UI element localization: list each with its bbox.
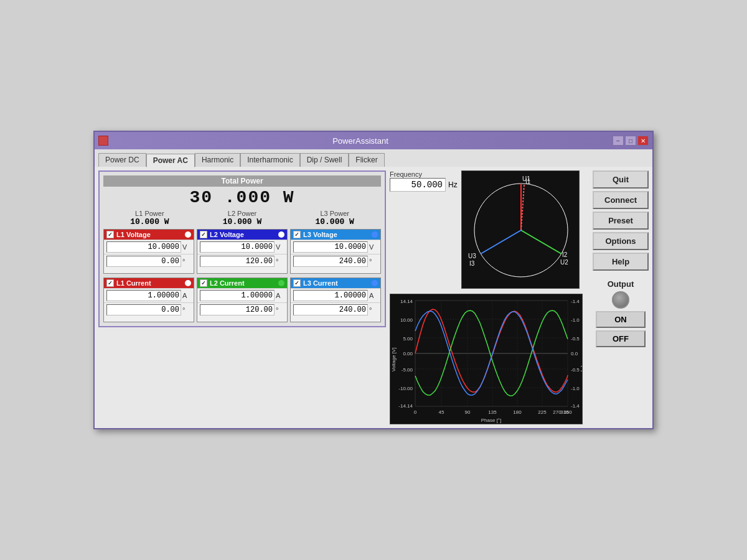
total-power-header: Total Power <box>103 175 381 187</box>
l3-current-dot <box>372 280 378 286</box>
l3-current-header: ✓ L3 Current <box>291 278 380 288</box>
svg-text:180: 180 <box>513 409 522 415</box>
l2-current-checkbox[interactable]: ✓ <box>200 279 207 287</box>
svg-text:225: 225 <box>538 409 547 415</box>
svg-line-5 <box>521 230 561 254</box>
l3-current-checkbox[interactable]: ✓ <box>293 279 301 287</box>
l2-voltage-dot <box>278 231 284 238</box>
l1-voltage-checkbox[interactable]: ✓ <box>106 231 114 238</box>
l1-current-magnitude-input[interactable] <box>106 290 181 301</box>
svg-text:5.00: 5.00 <box>403 336 413 342</box>
title-bar: PowerAssistant − □ ✕ <box>95 132 652 149</box>
l3-current-phase-input[interactable] <box>293 304 368 315</box>
freq-phasor-area: Frequency Hz U1 <box>390 170 589 291</box>
l2-voltage-checkbox[interactable]: ✓ <box>200 231 207 238</box>
l3-current-magnitude-row: A <box>291 288 380 302</box>
power-summary-row: L1 Power 10.000 W L2 Power 10.000 W L3 P… <box>103 210 381 226</box>
preset-button[interactable]: Preset <box>593 212 649 230</box>
svg-text:0: 0 <box>414 409 417 415</box>
l3-voltage-col: ✓ L3 Voltage V ° <box>290 229 381 274</box>
svg-text:-1.0: -1.0 <box>571 386 580 391</box>
l2-voltage-header: ✓ L2 Voltage <box>197 230 287 240</box>
l2-current-magnitude-row: A <box>197 288 287 302</box>
l3-voltage-magnitude-input[interactable] <box>293 241 368 253</box>
l3-current-magnitude-input[interactable] <box>293 290 368 301</box>
l1-current-dot <box>185 280 191 286</box>
quit-button[interactable]: Quit <box>593 170 649 189</box>
l3-current-phase-row: ° <box>291 302 380 317</box>
l1-voltage-phase-input[interactable] <box>106 256 181 267</box>
l1-current-checkbox[interactable]: ✓ <box>106 279 114 287</box>
l1-current-phase-row: ° <box>104 302 194 317</box>
svg-text:-10.00: -10.00 <box>398 386 413 391</box>
output-indicator <box>612 291 629 309</box>
connect-button[interactable]: Connect <box>593 191 649 209</box>
tab-flicker[interactable]: Flicker <box>349 153 384 167</box>
l2-voltage-phase-row: ° <box>197 254 287 268</box>
l3-voltage-dot <box>372 231 378 238</box>
tab-interharmonic[interactable]: Interharmonic <box>240 153 299 167</box>
off-button[interactable]: OFF <box>596 330 646 347</box>
l2-voltage-magnitude-input[interactable] <box>200 241 275 253</box>
phasor-diagram: U1 I1 I2 U2 U3 I3 <box>461 170 580 291</box>
charts-area: Frequency Hz U1 <box>390 170 589 424</box>
tab-power-ac[interactable]: Power AC <box>146 154 195 167</box>
output-section: Output ON OFF <box>593 279 649 347</box>
l1-voltage-col: ✓ L1 Voltage V ° <box>103 229 194 274</box>
maximize-button[interactable]: □ <box>625 136 636 146</box>
main-window: PowerAssistant − □ ✕ Power DC Power AC H… <box>93 131 654 429</box>
l3-voltage-phase-input[interactable] <box>293 256 368 267</box>
minimize-button[interactable]: − <box>613 136 624 146</box>
l1-voltage-magnitude-input[interactable] <box>106 241 181 253</box>
right-panel: Quit Connect Preset Options Help Output … <box>593 170 649 424</box>
tab-harmonic[interactable]: Harmonic <box>195 153 240 167</box>
svg-text:I1: I1 <box>525 178 531 185</box>
l2-power-cell: L2 Power 10.000 W <box>196 210 289 226</box>
phasor-svg: U1 I1 I2 U2 U3 I3 <box>461 170 580 289</box>
svg-text:Phase [°]: Phase [°] <box>481 418 502 423</box>
l1-voltage-dot <box>185 231 191 238</box>
svg-text:-1.0: -1.0 <box>571 317 580 323</box>
current-row: ✓ L1 Current A ° <box>103 278 381 322</box>
svg-text:-0.5: -0.5 <box>571 367 580 373</box>
l2-current-header: ✓ L2 Current <box>197 278 287 288</box>
svg-text:Voltage [V]: Voltage [V] <box>391 348 397 372</box>
svg-text:U2: U2 <box>560 259 568 266</box>
svg-text:360: 360 <box>563 409 572 415</box>
l1-current-magnitude-row: A <box>104 288 194 302</box>
tab-dip-swell[interactable]: Dip / Swell <box>300 153 349 167</box>
help-button[interactable]: Help <box>593 253 649 271</box>
l1-current-col: ✓ L1 Current A ° <box>103 278 194 322</box>
svg-text:45: 45 <box>439 409 444 415</box>
frequency-input[interactable] <box>390 178 446 192</box>
options-button[interactable]: Options <box>593 232 649 250</box>
svg-text:135: 135 <box>488 409 497 415</box>
svg-text:0.00: 0.00 <box>403 351 413 357</box>
l1-current-phase-input[interactable] <box>106 304 181 315</box>
tab-bar: Power DC Power AC Harmonic Interharmonic… <box>98 153 649 167</box>
l3-current-col: ✓ L3 Current A ° <box>290 278 381 322</box>
l2-voltage-magnitude-row: V <box>197 240 287 254</box>
l2-voltage-phase-input[interactable] <box>200 256 275 267</box>
l3-voltage-header: ✓ L3 Voltage <box>291 230 380 240</box>
svg-text:U3: U3 <box>468 253 476 259</box>
svg-line-8 <box>481 230 521 254</box>
l3-voltage-phase-row: ° <box>291 254 380 268</box>
tab-power-dc[interactable]: Power DC <box>98 153 146 167</box>
app-icon <box>98 136 108 146</box>
main-content: Total Power 30 .000 W L1 Power 10.000 W … <box>95 167 652 428</box>
window-title: PowerAssistant <box>108 136 613 146</box>
l3-voltage-checkbox[interactable]: ✓ <box>293 231 301 238</box>
on-button[interactable]: ON <box>596 311 646 328</box>
svg-text:-14.14: -14.14 <box>398 403 413 409</box>
l1-current-header: ✓ L1 Current <box>104 278 194 288</box>
svg-text:-1.4: -1.4 <box>571 403 580 409</box>
l2-current-magnitude-input[interactable] <box>200 290 275 301</box>
svg-text:-5.00: -5.00 <box>402 367 413 373</box>
l2-voltage-col: ✓ L2 Voltage V ° <box>197 229 288 274</box>
svg-text:I3: I3 <box>469 260 475 267</box>
l2-current-phase-input[interactable] <box>200 304 275 315</box>
voltage-row: ✓ L1 Voltage V ° <box>103 229 381 274</box>
l2-current-dot <box>278 280 284 286</box>
close-button[interactable]: ✕ <box>637 136 649 146</box>
